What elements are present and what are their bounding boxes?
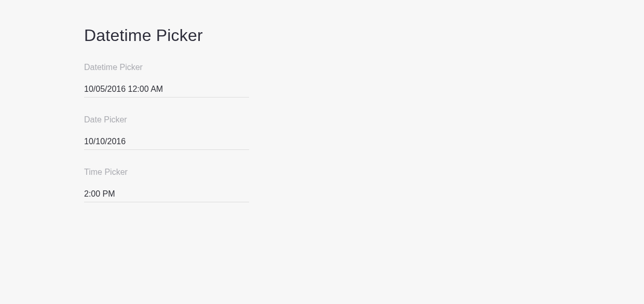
- page-title: Datetime Picker: [84, 26, 644, 45]
- datetime-picker-input[interactable]: [84, 81, 249, 98]
- datetime-picker-group: Datetime Picker: [84, 63, 249, 98]
- time-picker-input[interactable]: [84, 186, 249, 202]
- datetime-picker-label: Datetime Picker: [84, 63, 249, 72]
- date-picker-label: Date Picker: [84, 115, 249, 125]
- time-picker-group: Time Picker: [84, 168, 249, 202]
- date-picker-input[interactable]: [84, 134, 249, 150]
- date-picker-group: Date Picker: [84, 115, 249, 150]
- form-container: Datetime Picker Datetime Picker Date Pic…: [0, 0, 644, 202]
- time-picker-label: Time Picker: [84, 168, 249, 177]
